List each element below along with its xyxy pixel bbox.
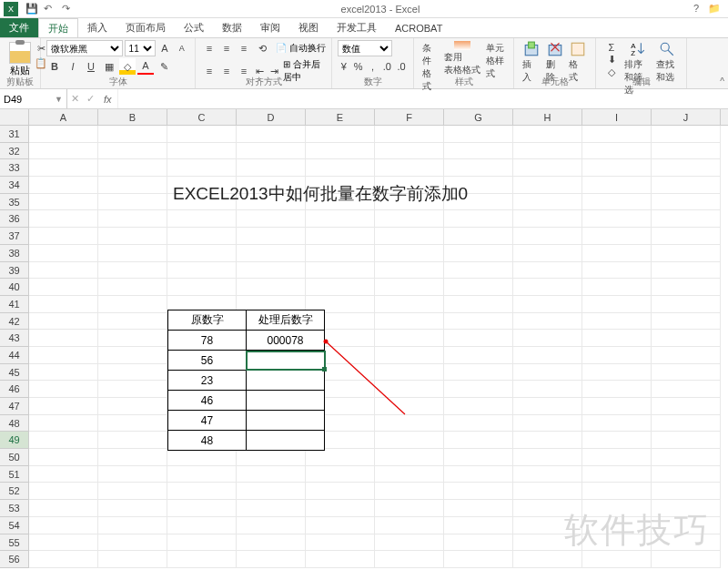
grid-cell[interactable] (98, 432, 167, 449)
grid-cell[interactable] (306, 551, 375, 568)
grid-cell[interactable] (98, 262, 167, 280)
grid-cell[interactable] (167, 279, 237, 296)
grid-cell[interactable] (652, 381, 721, 398)
bold-button[interactable]: B (46, 58, 63, 75)
grid-cell[interactable] (306, 466, 375, 483)
row-header[interactable]: 54 (0, 517, 29, 534)
font-family-select[interactable]: 微软雅黑 (46, 40, 123, 56)
grid-cell[interactable] (98, 551, 167, 568)
grid-cell[interactable] (513, 296, 582, 313)
col-header[interactable]: F (375, 109, 444, 125)
grid-cell[interactable] (167, 483, 237, 500)
grid-cell[interactable] (444, 534, 513, 552)
grid-cell[interactable] (98, 279, 167, 296)
grid-cell[interactable] (444, 398, 513, 415)
grid-cell[interactable] (582, 381, 652, 398)
currency-icon[interactable]: ¥ (338, 58, 350, 75)
grid-cell[interactable] (582, 210, 652, 228)
grid-cell[interactable] (513, 364, 582, 382)
grid-cell[interactable] (98, 330, 167, 347)
grid-cell[interactable] (237, 534, 306, 552)
grid-cell[interactable] (29, 313, 98, 331)
grid-cell[interactable] (444, 347, 513, 364)
grid-cell[interactable] (375, 415, 444, 433)
cell[interactable]: 23 (168, 371, 247, 391)
align-bottom-icon[interactable]: ≡ (236, 40, 252, 56)
row-header[interactable]: 56 (0, 551, 29, 568)
grid-cell[interactable] (375, 245, 444, 262)
grid-cell[interactable] (513, 330, 582, 347)
cell-styles-button[interactable]: 单元格样式 (483, 40, 508, 77)
delete-cells-button[interactable]: 删除 (543, 40, 567, 77)
grid-cell[interactable] (237, 466, 306, 483)
grid-cell[interactable] (375, 398, 444, 415)
grid-cell[interactable] (375, 466, 444, 483)
row-header[interactable]: 31 (0, 126, 29, 143)
grid-cell[interactable] (306, 126, 375, 143)
grid-cell[interactable] (375, 279, 444, 296)
grid-cell[interactable] (29, 177, 98, 194)
grid-cell[interactable] (513, 177, 582, 194)
grid-cell[interactable] (513, 194, 582, 211)
grid-cell[interactable] (513, 279, 582, 296)
row-header[interactable]: 51 (0, 466, 29, 483)
grid-cell[interactable] (167, 159, 237, 177)
grid-cell[interactable] (98, 534, 167, 552)
grid-cell[interactable] (375, 262, 444, 280)
ribbon-options-icon[interactable]: 📁 (708, 3, 721, 15)
grid-cell[interactable] (375, 313, 444, 331)
tab-file[interactable]: 文件 (0, 18, 38, 37)
grid-cell[interactable] (98, 466, 167, 483)
percent-icon[interactable]: % (352, 58, 365, 75)
paste-button[interactable]: 粘贴 (5, 40, 35, 79)
conditional-format-button[interactable]: 条件格式 (420, 40, 441, 77)
grid-cell[interactable] (513, 262, 582, 280)
grid-cell[interactable] (98, 347, 167, 364)
grid-cell[interactable] (375, 517, 444, 534)
grid-cell[interactable] (237, 500, 306, 517)
row-header[interactable]: 49 (0, 432, 29, 449)
underline-button[interactable]: U (83, 58, 99, 75)
tab-insert[interactable]: 插入 (78, 18, 116, 37)
find-button[interactable]: 查找和选 (653, 40, 681, 77)
grid-cell[interactable] (375, 449, 444, 466)
grid-cell[interactable] (444, 279, 513, 296)
grid-cell[interactable] (375, 364, 444, 382)
cell[interactable]: 78 (168, 331, 247, 351)
grid-cell[interactable] (98, 517, 167, 534)
grid-cell[interactable] (29, 143, 98, 160)
grid-cell[interactable] (375, 534, 444, 552)
grid-cell[interactable] (167, 500, 237, 517)
grid-cell[interactable] (652, 279, 721, 296)
grid-cell[interactable] (29, 330, 98, 347)
row-header[interactable]: 45 (0, 364, 29, 382)
row-header[interactable]: 44 (0, 347, 29, 364)
grid-cell[interactable] (444, 126, 513, 143)
grid-cell[interactable] (375, 347, 444, 364)
grid-cell[interactable] (582, 466, 652, 483)
grid-cell[interactable] (306, 483, 375, 500)
row-header[interactable]: 34 (0, 177, 29, 194)
cell[interactable] (247, 411, 325, 431)
grid-cell[interactable] (652, 364, 721, 382)
grid-cell[interactable] (513, 245, 582, 262)
grid-cell[interactable] (444, 364, 513, 382)
grid-cell[interactable] (98, 245, 167, 262)
grid-cell[interactable] (237, 279, 306, 296)
grid-cell[interactable] (652, 330, 721, 347)
grid-cell[interactable] (98, 415, 167, 433)
row-header[interactable]: 47 (0, 398, 29, 415)
grid-cell[interactable] (652, 313, 721, 331)
grid-cell[interactable] (582, 177, 652, 194)
grid-cell[interactable] (167, 143, 237, 160)
grid-cell[interactable] (98, 398, 167, 415)
grid-cell[interactable] (167, 126, 237, 143)
grid-cell[interactable] (98, 296, 167, 313)
grid-cell[interactable] (29, 296, 98, 313)
grid-cell[interactable] (29, 262, 98, 280)
grid-cell[interactable] (29, 466, 98, 483)
select-all-corner[interactable] (0, 109, 29, 125)
grid-cell[interactable] (652, 177, 721, 194)
cell[interactable]: 47 (168, 411, 247, 431)
row-header[interactable]: 36 (0, 210, 29, 228)
